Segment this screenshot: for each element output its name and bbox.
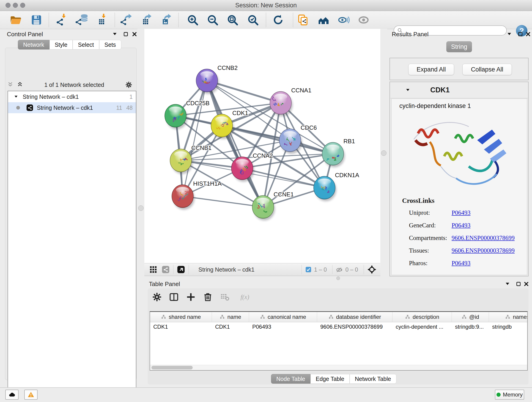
open-session-icon[interactable] (10, 14, 22, 26)
collapse-all-button[interactable]: Collapse All (462, 64, 512, 75)
warning-button[interactable] (24, 390, 38, 400)
network-row[interactable]: String Network – cdk1 11 48 (8, 102, 136, 113)
expand-all-button[interactable]: Expand All (408, 64, 454, 75)
network-collection-row[interactable]: String Network – cdk1 1 (8, 91, 136, 102)
tab-style[interactable]: Style (50, 40, 73, 50)
column-header[interactable]: database identifier (317, 312, 393, 322)
panel-close-icon[interactable] (525, 31, 531, 37)
cell-shared-name[interactable]: CDK1 (150, 322, 212, 332)
string-view-icon[interactable] (161, 265, 170, 274)
network-options-gear-icon[interactable] (125, 81, 133, 89)
crosslink-link[interactable]: P06493 (452, 260, 471, 267)
grid-view-icon[interactable] (149, 265, 158, 274)
column-header[interactable]: name (212, 312, 249, 322)
birds-eye-view-icon[interactable] (177, 265, 185, 274)
panel-collapse-icon[interactable] (506, 31, 512, 37)
horizontal-splitter-handle[interactable] (336, 276, 340, 280)
delete-column-icon[interactable] (203, 292, 213, 302)
tab-network[interactable]: Network (18, 40, 50, 50)
left-splitter-handle[interactable] (138, 205, 144, 211)
tab-select[interactable]: Select (73, 40, 99, 50)
cell-canonical-name[interactable]: P06493 (249, 322, 317, 332)
hidden-counts: 0 – 0 (345, 266, 358, 273)
tab-network-table[interactable]: Network Table (350, 374, 396, 384)
refresh-icon[interactable] (272, 14, 284, 26)
column-header[interactable]: @id (452, 312, 489, 322)
network-canvas[interactable]: CCNB2CCNA1CDC25BCDK1CDC6RB1CCNB1CCNA2CDK… (144, 29, 380, 263)
share-document-icon[interactable] (297, 14, 309, 26)
collapse-all-networks-icon[interactable] (7, 81, 14, 88)
crosshair-icon[interactable] (367, 265, 377, 274)
crosslink-link[interactable]: P06493 (452, 222, 471, 229)
cell-database-identifier[interactable]: 9606.ENSP00000378699 (317, 322, 393, 332)
cloud-button[interactable] (5, 390, 19, 400)
svg-text:f(x): f(x) (241, 293, 249, 300)
section-expander-icon[interactable] (405, 87, 411, 93)
column-header[interactable]: shared name (150, 312, 212, 322)
import-network-database-icon[interactable] (76, 14, 88, 26)
expand-all-networks-icon[interactable] (17, 81, 23, 88)
hidden-eye-icon[interactable] (336, 266, 343, 273)
network-node[interactable]: RB1 (322, 138, 355, 167)
column-header[interactable]: namespace (489, 312, 528, 322)
panel-float-icon[interactable] (515, 281, 521, 287)
network-node[interactable]: CCNB2 (196, 64, 238, 94)
hierarchy-icon (220, 314, 225, 320)
import-network-file-icon[interactable] (56, 14, 69, 26)
houses-icon[interactable] (317, 14, 330, 26)
network-edge[interactable] (183, 196, 263, 207)
network-node[interactable]: CDC6 (279, 124, 317, 154)
export-image-icon[interactable] (160, 14, 172, 26)
cell-namespace[interactable]: stringdb (489, 322, 528, 332)
left-splitter[interactable] (138, 29, 144, 380)
tree-expander-icon[interactable] (13, 94, 19, 99)
zoom-out-icon[interactable] (206, 14, 219, 26)
network-node[interactable]: CDKN1A (314, 172, 359, 201)
memory-button[interactable]: Memory (495, 390, 524, 400)
panel-collapse-icon[interactable] (112, 31, 118, 37)
network-node[interactable]: HIST1H1A (172, 180, 222, 210)
tab-string[interactable]: String (446, 41, 472, 52)
right-splitter[interactable] (380, 29, 387, 279)
panel-close-icon[interactable] (523, 281, 529, 287)
export-network-icon[interactable] (120, 14, 133, 26)
selected-counts: 1 – 0 (314, 266, 327, 273)
show-columns-icon[interactable] (169, 292, 179, 302)
cell-description[interactable]: cyclin-dependent ... (393, 322, 452, 332)
zoom-fit-icon[interactable] (226, 14, 239, 26)
tab-node-table[interactable]: Node Table (271, 374, 310, 384)
zoom-in-icon[interactable] (186, 14, 199, 26)
table-options-gear-icon[interactable] (152, 292, 162, 302)
cell-name[interactable]: CDK1 (212, 322, 249, 332)
eye-waves-icon[interactable] (337, 14, 350, 26)
selected-checkbox-icon[interactable] (305, 266, 312, 273)
cell-id[interactable]: stringdb:9... (452, 322, 489, 332)
node-label: RB1 (343, 138, 355, 145)
delete-table-icon (220, 292, 230, 302)
panel-close-icon[interactable] (132, 31, 138, 37)
column-header[interactable]: description (393, 312, 452, 322)
tab-edge-table[interactable]: Edge Table (310, 374, 350, 384)
panel-collapse-icon[interactable] (505, 281, 510, 287)
table-row[interactable]: CDK1 CDK1 P06493 9606.ENSP00000378699 cy… (150, 322, 527, 332)
export-table-icon[interactable] (140, 14, 152, 26)
crosslink-link[interactable]: 9606.ENSP00000378699 (452, 247, 515, 254)
add-column-icon[interactable] (186, 292, 196, 302)
column-header[interactable]: canonical name (249, 312, 317, 322)
import-table-file-icon[interactable] (96, 14, 109, 26)
zoom-selected-icon[interactable] (247, 14, 259, 26)
tab-sets[interactable]: Sets (99, 40, 121, 50)
save-session-icon[interactable] (30, 14, 43, 26)
control-panel-title: Control Panel (7, 31, 43, 38)
gene-section-header[interactable]: CDK1 (390, 82, 528, 98)
panel-float-icon[interactable] (123, 31, 129, 37)
network-edge[interactable] (207, 80, 263, 207)
right-splitter-handle[interactable] (381, 150, 386, 156)
eye-icon[interactable] (357, 14, 370, 26)
toolbar-separator (178, 13, 179, 27)
panel-float-icon[interactable] (517, 31, 523, 37)
scrollbar-thumb[interactable] (152, 366, 193, 370)
crosslink-link[interactable]: 9606.ENSP00000378699 (452, 235, 515, 242)
table-horizontal-scrollbar[interactable] (150, 365, 527, 370)
crosslink-link[interactable]: P06493 (452, 209, 471, 216)
